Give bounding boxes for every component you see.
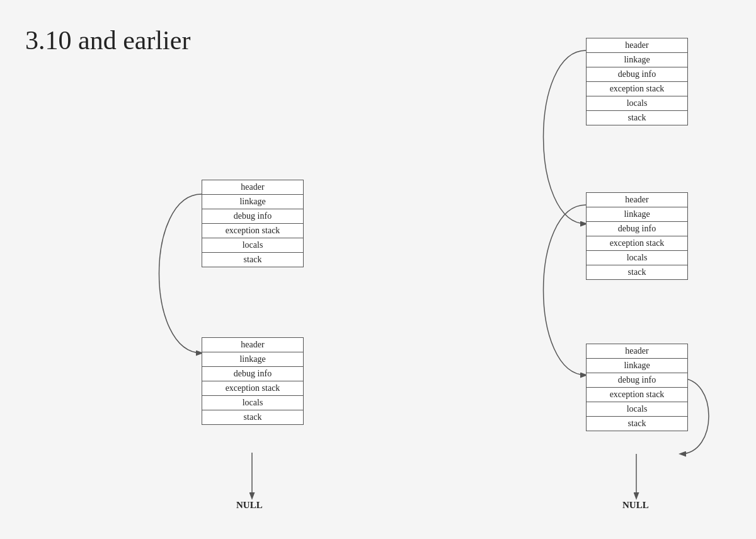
left-bottom-row-debug: debug info — [202, 367, 303, 381]
right-bottom-row-header: header — [587, 344, 687, 359]
null-label-right: NULL — [622, 500, 649, 511]
left-bottom-row-header: header — [202, 338, 303, 352]
right-middle-row-stack: stack — [587, 265, 687, 279]
right-top-row-stack: stack — [587, 111, 687, 125]
left-top-row-locals: locals — [202, 238, 303, 253]
right-top-row-linkage: linkage — [587, 53, 687, 67]
left-top-row-header: header — [202, 180, 303, 195]
left-top-row-linkage: linkage — [202, 195, 303, 209]
right-middle-row-locals: locals — [587, 251, 687, 265]
right-middle-node: header linkage debug info exception stac… — [586, 192, 688, 280]
right-middle-row-header: header — [587, 193, 687, 207]
left-top-row-debug: debug info — [202, 209, 303, 224]
left-bottom-row-locals: locals — [202, 396, 303, 410]
right-bottom-node: header linkage debug info exception stac… — [586, 344, 688, 431]
right-top-row-exception: exception stack — [587, 82, 687, 96]
left-top-node: header linkage debug info exception stac… — [202, 180, 304, 267]
right-middle-row-linkage: linkage — [587, 207, 687, 222]
left-bottom-row-exception: exception stack — [202, 381, 303, 396]
right-bottom-row-exception: exception stack — [587, 388, 687, 402]
left-top-row-stack: stack — [202, 253, 303, 267]
right-top-row-debug: debug info — [587, 67, 687, 82]
null-label-left: NULL — [236, 500, 263, 511]
left-bottom-node: header linkage debug info exception stac… — [202, 337, 304, 425]
left-bottom-row-stack: stack — [202, 410, 303, 424]
page-title: 3.10 and earlier — [25, 25, 190, 55]
right-bottom-row-stack: stack — [587, 417, 687, 431]
right-bottom-row-debug: debug info — [587, 373, 687, 388]
left-bottom-row-linkage: linkage — [202, 352, 303, 367]
right-middle-row-exception: exception stack — [587, 236, 687, 251]
left-top-row-exception: exception stack — [202, 224, 303, 238]
right-top-node: header linkage debug info exception stac… — [586, 38, 688, 125]
right-bottom-row-locals: locals — [587, 402, 687, 417]
right-bottom-row-linkage: linkage — [587, 359, 687, 373]
right-top-row-locals: locals — [587, 96, 687, 111]
right-middle-row-debug: debug info — [587, 222, 687, 236]
right-top-row-header: header — [587, 38, 687, 53]
